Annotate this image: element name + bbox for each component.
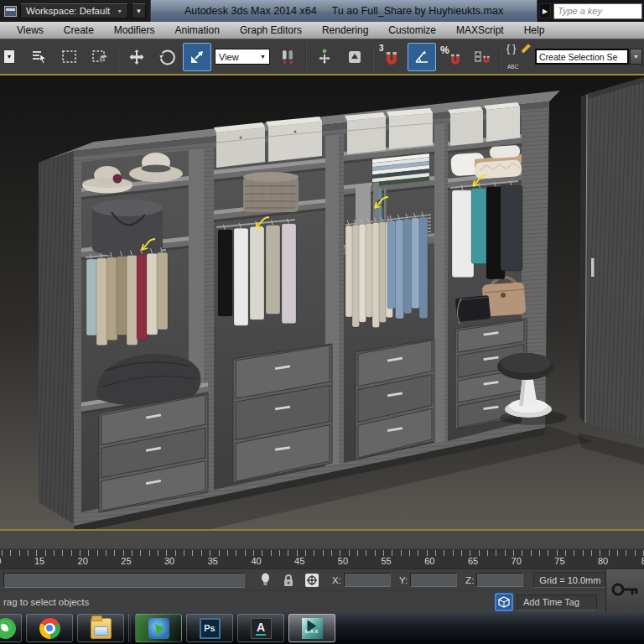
selection-set-dropdown-arrow[interactable]: ▼ [630,49,642,65]
frame-tick [513,550,514,556]
title-bar: Workspace: Default ▼ ▼ Autodesk 3ds Max … [0,0,644,22]
menu-views[interactable]: Views [7,22,54,39]
taskbar-idm-button[interactable] [135,614,182,642]
idm-icon [148,618,169,639]
timeline-ruler[interactable]: 10152025303540455055606570758085 [0,549,644,569]
frame-tick [271,550,272,556]
frame-tick [357,550,358,556]
grid-setting-display: Grid = 10.0mm [533,572,607,588]
workspace-dropdown[interactable]: Workspace: Default ▼ [20,3,128,18]
frame-tick [236,550,236,556]
frame-tick [366,550,366,556]
y-coordinate-field[interactable] [410,573,457,587]
menu-customize[interactable]: Customize [378,22,446,39]
frame-label: 10 [0,556,1,566]
use-pivot-point-button[interactable] [273,43,302,71]
frame-tick [583,550,584,556]
frame-tick [297,550,298,556]
quick-access-area: Workspace: Default ▼ ▼ [0,0,150,22]
frame-tick [305,550,306,556]
menu-rendering[interactable]: Rendering [312,22,378,39]
toolbar-separator [117,44,119,70]
reference-coordinate-dropdown[interactable]: View ▼ [215,49,270,65]
frame-tick [45,550,46,556]
taskbar-windows-explorer-button[interactable] [77,614,124,642]
infocenter-search: ▶ [538,0,644,22]
select-and-rotate-button[interactable] [153,43,181,71]
frame-tick [149,550,150,556]
window-crossing-button[interactable] [86,43,114,71]
spinner-snap-button[interactable] [468,43,496,71]
frame-tick [323,550,324,556]
perspective-viewport[interactable] [0,74,644,531]
taskbar-chrome-button[interactable] [26,614,73,642]
frame-tick [340,550,340,556]
maxscript-mini-listener[interactable] [3,573,245,588]
menu-create[interactable]: Create [54,22,104,39]
percent-snap-button[interactable]: % [438,43,466,71]
frame-tick [591,550,592,556]
set-key-button[interactable] [605,569,644,613]
angle-snap-button[interactable] [408,43,436,71]
menu-animation[interactable]: Animation [165,22,230,39]
frame-tick [617,550,618,556]
select-by-name-button[interactable] [25,43,54,71]
frame-tick [427,550,428,556]
transform-typein-icon [304,573,319,588]
frame-tick [19,550,20,556]
menu-maxscript[interactable]: MAXScript [446,22,514,39]
toolbar-separator [500,44,501,70]
taskbar-3dsmax-button[interactable]: MAX [288,614,335,642]
menu-graph-editors[interactable]: Graph Editors [230,22,312,39]
frame-label: 65 [468,556,478,566]
autocad-icon-label: A [256,621,266,636]
select-and-move-button[interactable] [122,43,151,71]
isolate-selection-toggle[interactable] [495,593,513,611]
select-and-manipulate-button[interactable] [310,43,339,71]
frame-tick [487,550,488,556]
frame-tick [192,550,193,556]
z-coordinate-field[interactable] [476,573,523,587]
menu-modifiers[interactable]: Modifiers [104,22,165,39]
pivot-point-icon [278,48,297,66]
coordinate-system-value: View [219,52,239,62]
frame-tick [10,550,11,556]
photoshop-icon-label: Ps [204,623,215,633]
closed-cabinet [579,77,644,439]
frame-tick [600,550,600,556]
chevron-down-icon: ▼ [260,54,266,60]
taskbar-coccoc-browser-button[interactable] [0,614,22,642]
edit-named-selection-sets-button[interactable]: { } ABC [505,43,533,71]
taskbar-separator [128,614,131,642]
frame-tick [453,550,454,556]
keyboard-override-button[interactable] [340,43,369,71]
x-coordinate-field[interactable] [344,573,391,587]
keyboard-override-icon [345,48,364,66]
frame-tick [227,550,228,556]
frame-tick [71,550,72,556]
frame-tick [609,550,610,556]
frame-tick [166,550,167,556]
search-input[interactable] [553,3,642,19]
prompt-light-button[interactable] [257,572,273,589]
snaps-toggle-button[interactable]: 3 [377,43,406,71]
selection-lock-button[interactable] [280,572,297,589]
absolute-offset-toggle[interactable] [304,572,320,589]
menu-help[interactable]: Help [514,22,555,39]
frame-tick [210,550,210,556]
rectangular-selection-button[interactable] [55,43,84,71]
frame-tick [548,550,548,556]
frame-tick [444,550,444,556]
workspace-flyout-button[interactable]: ▼ [132,3,146,18]
search-flyout-icon[interactable]: ▶ [539,3,551,18]
taskbar-photoshop-button[interactable]: Ps [186,614,233,642]
add-time-tag[interactable]: Add Time Tag [517,595,597,610]
select-and-scale-button[interactable] [183,43,211,71]
time-slider-strip[interactable] [0,531,644,549]
x-axis-label: X: [332,575,341,585]
named-selection-set-dropdown[interactable]: Create Selection Se [535,49,629,65]
frame-tick [106,550,106,556]
undo-flyout-button[interactable]: ▼ [0,43,23,71]
taskbar-autocad-button[interactable]: A [237,614,284,642]
frame-tick [392,550,392,556]
